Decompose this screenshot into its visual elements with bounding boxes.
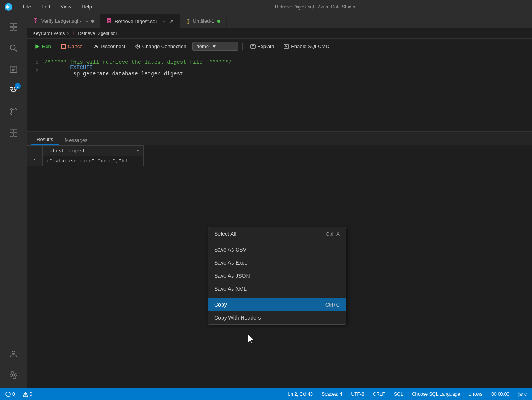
tab-retrieve-label: Retrieve Digest.sql -	[115, 18, 160, 24]
svg-point-26	[12, 351, 15, 354]
breadcrumb: KeyCardEvents > 🗄 Retrieve Digest.sql	[27, 28, 532, 39]
svg-rect-29	[61, 44, 66, 49]
tab-db-icon-verify: 🗄	[33, 18, 38, 24]
editor-line-2: 2 EXECUTE sp_generate_database_ledger_di…	[27, 67, 532, 75]
svg-rect-22	[10, 129, 13, 132]
breadcrumb-sep: >	[67, 31, 69, 36]
status-left: 0 0	[4, 391, 33, 398]
connections-badge: 2	[15, 83, 21, 89]
tab-untitled[interactable]: {} Untitled-1	[180, 14, 227, 28]
svg-rect-24	[10, 133, 13, 136]
status-server[interactable]: janc	[517, 391, 528, 398]
menu-edit[interactable]: Edit	[39, 3, 52, 10]
context-menu-save-xml[interactable]: Save As XML	[208, 282, 346, 295]
svg-point-1	[6, 6, 8, 8]
col-dropdown-icon[interactable]: ▾	[137, 148, 140, 154]
tab-results[interactable]: Results	[31, 135, 59, 145]
svg-rect-23	[14, 129, 17, 132]
save-xml-label: Save As XML	[214, 286, 247, 292]
menu-view[interactable]: View	[58, 3, 73, 10]
execute-keyword: EXECUTE	[70, 65, 93, 71]
breadcrumb-parent[interactable]: KeyCardEvents	[33, 31, 65, 36]
enable-sqlcmd-label: Enable SQLCMD	[291, 43, 329, 49]
row-number-1: 1	[27, 156, 43, 166]
execute-proc: sp_generate_database_ledger_digest	[70, 71, 183, 77]
choose-language-text: Choose SQL Language	[412, 392, 460, 397]
menu-bar[interactable]: File Edit View Help	[21, 3, 94, 10]
disconnect-button[interactable]: Disconnect	[89, 42, 129, 51]
activity-bar: 2	[0, 13, 27, 388]
context-menu-copy[interactable]: Copy Ctrl+C	[208, 298, 346, 311]
status-language[interactable]: SQL	[392, 391, 405, 398]
context-menu-select-all[interactable]: Select All Ctrl+A	[208, 227, 346, 240]
row-num-header	[27, 146, 43, 156]
toolbar-separator	[242, 43, 243, 50]
context-menu-sep-2jake	[208, 297, 346, 297]
rows-text: 1 rows	[469, 392, 482, 397]
status-encoding[interactable]: UTF-8	[350, 391, 366, 398]
tab-verify-label: Verify Ledger.sql -	[41, 18, 81, 24]
svg-rect-5	[14, 27, 17, 30]
explain-icon	[250, 44, 256, 49]
enable-sqlcmd-button[interactable]: Enable SQLCMD	[280, 42, 333, 51]
activity-icon-search[interactable]	[4, 38, 23, 58]
explain-button[interactable]: Explain	[247, 42, 278, 51]
title-bar: File Edit View Help Retrieve Digest.sql …	[0, 0, 532, 13]
context-menu-copy-headers[interactable]: Copy With Headers	[208, 311, 346, 324]
explain-label: Explain	[258, 43, 274, 49]
svg-rect-4	[10, 27, 13, 30]
main-area: 🗄 Verify Ledger.sql - ··· 🗄 Retrieve Dig…	[27, 13, 532, 388]
toolbar: Run Cancel Disconnect Change Connection …	[27, 39, 532, 54]
save-csv-label: Save As CSV	[214, 247, 247, 253]
context-menu-save-csv[interactable]: Save As CSV	[208, 243, 346, 256]
disconnect-label: Disconnect	[100, 43, 125, 49]
menu-help[interactable]: Help	[79, 3, 94, 10]
status-errors[interactable]: 0	[4, 391, 17, 398]
disconnect-icon	[93, 44, 98, 49]
server-text: janc	[518, 392, 527, 397]
status-warnings[interactable]: 0	[21, 391, 34, 398]
editor-area[interactable]: 1 /****** This will retrieve the latest …	[27, 54, 532, 131]
enable-sqlcmd-icon	[284, 44, 289, 49]
status-position[interactable]: Ln 2, Col 43	[286, 391, 314, 398]
svg-rect-2	[10, 23, 13, 27]
tab-retrieve-close[interactable]: ✕	[170, 18, 174, 24]
activity-icon-connections[interactable]: 2	[4, 81, 23, 100]
status-rows[interactable]: 1 rows	[467, 391, 484, 398]
col-header-latest-digest[interactable]: latest_digest ▾	[43, 146, 144, 156]
activity-icon-notebooks[interactable]	[4, 60, 23, 79]
language-text: SQL	[394, 392, 403, 397]
tab-verify-ledger[interactable]: 🗄 Verify Ledger.sql - ···	[27, 14, 100, 28]
svg-rect-25	[14, 133, 17, 136]
activity-icon-extensions[interactable]	[4, 123, 23, 142]
activity-icon-explorer[interactable]	[4, 17, 23, 37]
cell-digest-value: {"database_name":"demo","blo...	[43, 156, 144, 166]
change-connection-button[interactable]: Change Connection	[131, 42, 190, 51]
line-number-1: 1	[27, 60, 44, 65]
time-text: 00:00:00	[491, 392, 509, 397]
svg-point-31	[95, 46, 97, 47]
status-spaces[interactable]: Spaces: 4	[320, 391, 344, 398]
activity-icon-settings[interactable]	[4, 365, 23, 385]
status-line-ending[interactable]: CRLF	[372, 391, 387, 398]
svg-point-20	[15, 109, 17, 110]
tab-retrieve-suffix: ···	[163, 18, 167, 24]
context-menu-save-json[interactable]: Save As JSON	[208, 269, 346, 282]
activity-icon-git[interactable]	[4, 102, 23, 121]
activity-icon-account[interactable]	[4, 344, 23, 363]
tab-retrieve-digest[interactable]: 🗄 Retrieve Digest.sql - ··· ✕	[100, 14, 180, 28]
run-button[interactable]: Run	[31, 42, 55, 51]
context-menu-save-excel[interactable]: Save As Excel	[208, 256, 346, 269]
breadcrumb-file-icon: 🗄	[71, 31, 76, 36]
cancel-label: Cancel	[68, 43, 83, 49]
cancel-button[interactable]: Cancel	[57, 42, 87, 51]
connection-dropdown[interactable]: demo	[192, 42, 238, 51]
tab-json-icon: {}	[186, 18, 190, 24]
tab-messages[interactable]: Messages	[59, 135, 93, 145]
status-time[interactable]: 00:00:00	[490, 391, 511, 398]
status-choose-language[interactable]: Choose SQL Language	[410, 391, 462, 398]
svg-point-41	[8, 395, 8, 396]
copy-shortcut: Ctrl+C	[325, 302, 340, 308]
error-count: 0	[12, 392, 15, 397]
menu-file[interactable]: File	[21, 3, 33, 10]
